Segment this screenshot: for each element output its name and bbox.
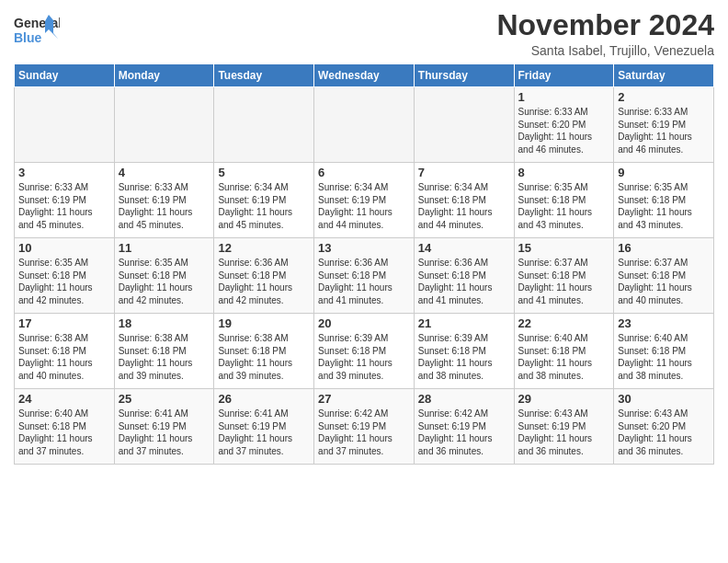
weekday-header-friday: Friday	[514, 64, 614, 87]
calendar-cell	[214, 87, 314, 163]
day-number: 9	[618, 166, 710, 179]
day-info: Sunrise: 6:36 AM Sunset: 6:18 PM Dayligh…	[418, 257, 510, 306]
day-number: 26	[218, 392, 310, 406]
calendar-cell: 5Sunrise: 6:34 AM Sunset: 6:19 PM Daylig…	[214, 163, 314, 238]
calendar-cell: 16Sunrise: 6:37 AM Sunset: 6:18 PM Dayli…	[614, 238, 714, 314]
calendar-cell: 23Sunrise: 6:40 AM Sunset: 6:18 PM Dayli…	[614, 314, 714, 389]
day-number: 15	[518, 241, 610, 255]
day-info: Sunrise: 6:38 AM Sunset: 6:18 PM Dayligh…	[18, 332, 110, 382]
calendar-cell: 12Sunrise: 6:36 AM Sunset: 6:18 PM Dayli…	[214, 238, 314, 314]
day-number: 4	[119, 166, 210, 179]
calendar-week-row: 17Sunrise: 6:38 AM Sunset: 6:18 PM Dayli…	[15, 314, 714, 389]
calendar-cell	[314, 87, 415, 163]
calendar-cell: 15Sunrise: 6:37 AM Sunset: 6:18 PM Dayli…	[514, 238, 614, 314]
day-info: Sunrise: 6:33 AM Sunset: 6:19 PM Dayligh…	[618, 106, 710, 155]
day-info: Sunrise: 6:34 AM Sunset: 6:19 PM Dayligh…	[218, 181, 310, 231]
calendar-week-row: 10Sunrise: 6:35 AM Sunset: 6:18 PM Dayli…	[15, 238, 714, 314]
calendar-cell: 13Sunrise: 6:36 AM Sunset: 6:18 PM Dayli…	[314, 238, 415, 314]
day-number: 8	[518, 166, 610, 179]
day-info: Sunrise: 6:37 AM Sunset: 6:18 PM Dayligh…	[618, 257, 710, 306]
calendar-cell: 1Sunrise: 6:33 AM Sunset: 6:20 PM Daylig…	[514, 87, 614, 163]
day-number: 17	[18, 316, 110, 330]
weekday-header-sunday: Sunday	[15, 64, 115, 87]
calendar-week-row: 1Sunrise: 6:33 AM Sunset: 6:20 PM Daylig…	[15, 87, 714, 163]
day-info: Sunrise: 6:35 AM Sunset: 6:18 PM Dayligh…	[18, 257, 110, 306]
calendar-cell	[414, 87, 514, 163]
day-number: 3	[18, 166, 110, 179]
calendar-cell: 9Sunrise: 6:35 AM Sunset: 6:18 PM Daylig…	[614, 163, 714, 238]
day-info: Sunrise: 6:40 AM Sunset: 6:18 PM Dayligh…	[618, 332, 710, 382]
svg-text:Blue: Blue	[14, 30, 42, 45]
day-number: 24	[18, 392, 110, 406]
day-info: Sunrise: 6:43 AM Sunset: 6:20 PM Dayligh…	[618, 408, 710, 457]
calendar-cell: 18Sunrise: 6:38 AM Sunset: 6:18 PM Dayli…	[114, 314, 214, 389]
calendar-cell: 4Sunrise: 6:33 AM Sunset: 6:19 PM Daylig…	[114, 163, 214, 238]
month-title: November 2024	[496, 9, 714, 41]
logo-icon: GeneralBlue	[14, 13, 60, 50]
calendar-cell: 28Sunrise: 6:42 AM Sunset: 6:19 PM Dayli…	[414, 389, 514, 465]
weekday-header-thursday: Thursday	[414, 64, 514, 87]
calendar-cell: 7Sunrise: 6:34 AM Sunset: 6:18 PM Daylig…	[414, 163, 514, 238]
calendar-cell	[114, 87, 214, 163]
day-info: Sunrise: 6:39 AM Sunset: 6:18 PM Dayligh…	[318, 332, 410, 382]
logo: GeneralBlue	[14, 13, 60, 50]
day-info: Sunrise: 6:36 AM Sunset: 6:18 PM Dayligh…	[318, 257, 410, 306]
title-area: November 2024 Santa Isabel, Trujillo, Ve…	[496, 9, 714, 58]
day-number: 16	[618, 241, 710, 255]
day-number: 18	[119, 316, 210, 330]
calendar-cell: 25Sunrise: 6:41 AM Sunset: 6:19 PM Dayli…	[114, 389, 214, 465]
day-info: Sunrise: 6:33 AM Sunset: 6:19 PM Dayligh…	[18, 181, 110, 231]
calendar-cell: 30Sunrise: 6:43 AM Sunset: 6:20 PM Dayli…	[614, 389, 714, 465]
day-info: Sunrise: 6:42 AM Sunset: 6:19 PM Dayligh…	[418, 408, 510, 457]
calendar-cell: 8Sunrise: 6:35 AM Sunset: 6:18 PM Daylig…	[514, 163, 614, 238]
day-number: 28	[418, 392, 510, 406]
weekday-header-monday: Monday	[114, 64, 214, 87]
day-number: 13	[318, 241, 410, 255]
calendar-week-row: 24Sunrise: 6:40 AM Sunset: 6:18 PM Dayli…	[15, 389, 714, 465]
day-number: 29	[518, 392, 610, 406]
calendar-week-row: 3Sunrise: 6:33 AM Sunset: 6:19 PM Daylig…	[15, 163, 714, 238]
day-info: Sunrise: 6:40 AM Sunset: 6:18 PM Dayligh…	[18, 408, 110, 457]
day-number: 12	[218, 241, 310, 255]
weekday-header-tuesday: Tuesday	[214, 64, 314, 87]
day-number: 14	[418, 241, 510, 255]
calendar-cell: 20Sunrise: 6:39 AM Sunset: 6:18 PM Dayli…	[314, 314, 415, 389]
calendar-cell: 26Sunrise: 6:41 AM Sunset: 6:19 PM Dayli…	[214, 389, 314, 465]
day-info: Sunrise: 6:37 AM Sunset: 6:18 PM Dayligh…	[518, 257, 610, 306]
day-info: Sunrise: 6:36 AM Sunset: 6:18 PM Dayligh…	[218, 257, 310, 306]
day-number: 1	[518, 90, 610, 104]
day-number: 19	[218, 316, 310, 330]
calendar-cell: 10Sunrise: 6:35 AM Sunset: 6:18 PM Dayli…	[15, 238, 115, 314]
day-info: Sunrise: 6:33 AM Sunset: 6:19 PM Dayligh…	[119, 181, 210, 231]
day-info: Sunrise: 6:42 AM Sunset: 6:19 PM Dayligh…	[318, 408, 410, 457]
calendar-cell: 11Sunrise: 6:35 AM Sunset: 6:18 PM Dayli…	[114, 238, 214, 314]
calendar-table: SundayMondayTuesdayWednesdayThursdayFrid…	[14, 63, 714, 465]
calendar-cell: 6Sunrise: 6:34 AM Sunset: 6:19 PM Daylig…	[314, 163, 415, 238]
day-number: 2	[618, 90, 710, 104]
day-info: Sunrise: 6:41 AM Sunset: 6:19 PM Dayligh…	[119, 408, 210, 457]
weekday-header-wednesday: Wednesday	[314, 64, 415, 87]
day-info: Sunrise: 6:34 AM Sunset: 6:19 PM Dayligh…	[318, 181, 410, 231]
day-info: Sunrise: 6:38 AM Sunset: 6:18 PM Dayligh…	[119, 332, 210, 382]
day-info: Sunrise: 6:33 AM Sunset: 6:20 PM Dayligh…	[518, 106, 610, 155]
day-number: 22	[518, 316, 610, 330]
calendar-cell: 22Sunrise: 6:40 AM Sunset: 6:18 PM Dayli…	[514, 314, 614, 389]
calendar-cell	[15, 87, 115, 163]
day-number: 21	[418, 316, 510, 330]
location-subtitle: Santa Isabel, Trujillo, Venezuela	[496, 43, 714, 58]
day-info: Sunrise: 6:39 AM Sunset: 6:18 PM Dayligh…	[418, 332, 510, 382]
calendar-cell: 29Sunrise: 6:43 AM Sunset: 6:19 PM Dayli…	[514, 389, 614, 465]
calendar-cell: 17Sunrise: 6:38 AM Sunset: 6:18 PM Dayli…	[15, 314, 115, 389]
day-info: Sunrise: 6:41 AM Sunset: 6:19 PM Dayligh…	[218, 408, 310, 457]
day-number: 11	[119, 241, 210, 255]
day-info: Sunrise: 6:35 AM Sunset: 6:18 PM Dayligh…	[518, 181, 610, 231]
day-info: Sunrise: 6:35 AM Sunset: 6:18 PM Dayligh…	[119, 257, 210, 306]
day-number: 23	[618, 316, 710, 330]
day-info: Sunrise: 6:43 AM Sunset: 6:19 PM Dayligh…	[518, 408, 610, 457]
day-number: 5	[218, 166, 310, 179]
day-info: Sunrise: 6:40 AM Sunset: 6:18 PM Dayligh…	[518, 332, 610, 382]
day-number: 20	[318, 316, 410, 330]
day-info: Sunrise: 6:34 AM Sunset: 6:18 PM Dayligh…	[418, 181, 510, 231]
calendar-cell: 3Sunrise: 6:33 AM Sunset: 6:19 PM Daylig…	[15, 163, 115, 238]
day-number: 27	[318, 392, 410, 406]
